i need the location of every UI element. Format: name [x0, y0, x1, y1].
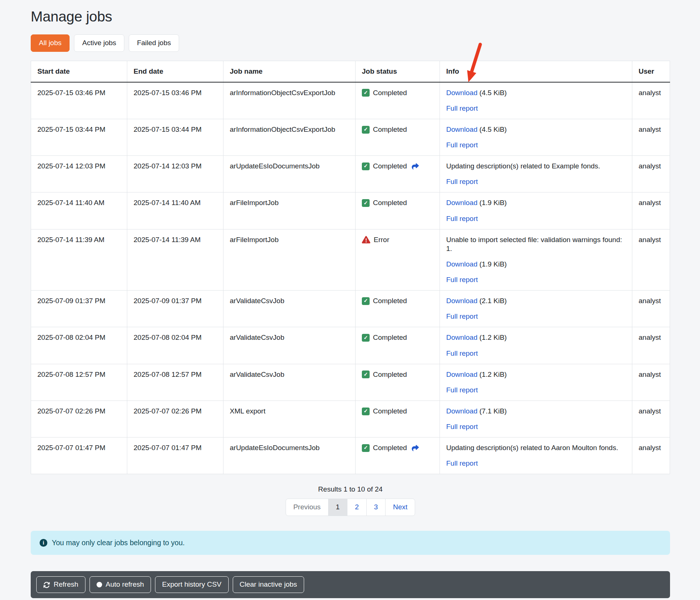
pagination-page-3[interactable]: 3 — [366, 499, 386, 516]
column-header-start-date: Start date — [31, 61, 127, 82]
download-size: (1.2 KiB) — [478, 371, 507, 378]
job-status-cell: ✓ Completed — [362, 162, 433, 171]
manage-jobs-page: Manage jobs All jobs Active jobs Failed … — [0, 0, 700, 598]
pagination: Previous 1 2 3 Next — [286, 499, 415, 516]
end-date-cell: 2025-07-14 11:40 AM — [127, 192, 223, 229]
table-row: 2025-07-08 02:04 PM 2025-07-08 02:04 PM … — [31, 327, 670, 364]
full-report-link[interactable]: Full report — [446, 349, 478, 357]
jobs-table-header: Start date End date Job name Job status … — [31, 61, 670, 82]
pagination-previous[interactable]: Previous — [286, 499, 328, 516]
pagination-page-1[interactable]: 1 — [328, 499, 347, 516]
auto-refresh-button[interactable]: Auto refresh — [90, 576, 151, 593]
download-size: (4.5 KiB) — [478, 125, 507, 133]
info-download-line: Download (7.1 KiB) — [446, 407, 626, 416]
info-download-line: Download (4.5 KiB) — [446, 125, 626, 134]
user-cell: analyst — [632, 229, 670, 291]
download-link[interactable]: Download — [446, 260, 478, 268]
pagination-page-2[interactable]: 2 — [347, 499, 366, 516]
download-size: (1.9 KiB) — [478, 199, 507, 207]
clear-inactive-jobs-button-label: Clear inactive jobs — [240, 580, 297, 589]
full-report-link[interactable]: Full report — [446, 423, 478, 430]
column-header-user: User — [632, 61, 670, 82]
status-label: Completed — [373, 407, 407, 416]
user-cell: analyst — [632, 119, 670, 155]
download-link[interactable]: Download — [446, 199, 478, 207]
job-name-cell: arFileImportJob — [223, 229, 356, 291]
info-alert-text: You may only clear jobs belonging to you… — [52, 539, 185, 547]
start-date-cell: 2025-07-08 02:04 PM — [31, 327, 127, 364]
start-date-cell: 2025-07-15 03:44 PM — [31, 119, 127, 155]
share-arrow-icon[interactable] — [411, 445, 419, 452]
filter-failed-jobs-button[interactable]: Failed jobs — [129, 34, 179, 52]
results-count-text: Results 1 to 10 of 24 — [31, 485, 670, 493]
download-link[interactable]: Download — [446, 125, 478, 133]
full-report-link[interactable]: Full report — [446, 215, 478, 222]
jobs-table-body: 2025-07-15 03:46 PM 2025-07-15 03:46 PM … — [31, 82, 670, 474]
auto-refresh-button-label: Auto refresh — [106, 580, 144, 589]
status-label: Completed — [373, 88, 407, 97]
download-link[interactable]: Download — [446, 333, 478, 341]
info-circle-icon: i — [40, 539, 47, 547]
table-row: 2025-07-14 11:40 AM 2025-07-14 11:40 AM … — [31, 192, 670, 229]
full-report-link[interactable]: Full report — [446, 459, 478, 467]
status-label: Completed — [373, 370, 407, 379]
filter-all-jobs-button[interactable]: All jobs — [31, 34, 70, 52]
refresh-button-label: Refresh — [54, 580, 78, 589]
download-link[interactable]: Download — [446, 297, 478, 305]
full-report-link[interactable]: Full report — [446, 276, 478, 284]
info-download-line: Download (1.2 KiB) — [446, 370, 626, 379]
full-report-link[interactable]: Full report — [446, 178, 478, 185]
download-link[interactable]: Download — [446, 89, 478, 97]
status-label: Completed — [373, 443, 407, 452]
end-date-cell: 2025-07-15 03:46 PM — [127, 82, 223, 119]
refresh-button[interactable]: Refresh — [36, 576, 85, 593]
table-row: 2025-07-07 02:26 PM 2025-07-07 02:26 PM … — [31, 400, 670, 437]
start-date-cell: 2025-07-15 03:46 PM — [31, 82, 127, 119]
status-label: Completed — [373, 333, 407, 342]
start-date-cell: 2025-07-09 01:37 PM — [31, 291, 127, 327]
download-size: (1.2 KiB) — [478, 333, 507, 341]
table-row: 2025-07-08 12:57 PM 2025-07-08 12:57 PM … — [31, 364, 670, 400]
status-label: Completed — [373, 162, 407, 171]
page-title: Manage jobs — [31, 8, 670, 26]
end-date-cell: 2025-07-09 01:37 PM — [127, 291, 223, 327]
info-alert: i You may only clear jobs belonging to y… — [31, 531, 670, 555]
column-header-info: Info — [440, 61, 632, 82]
full-report-link[interactable]: Full report — [446, 312, 478, 320]
full-report-link[interactable]: Full report — [446, 104, 478, 112]
end-date-cell: 2025-07-14 11:39 AM — [127, 229, 223, 291]
status-completed-check-icon: ✓ — [362, 297, 370, 305]
download-size: (1.9 KiB) — [478, 260, 507, 268]
status-label: Error — [374, 235, 389, 244]
pagination-next[interactable]: Next — [385, 499, 415, 516]
job-status-cell: ✓ Completed — [362, 88, 433, 97]
status-label: Completed — [373, 296, 407, 305]
end-date-cell: 2025-07-08 02:04 PM — [127, 327, 223, 364]
share-arrow-icon[interactable] — [411, 163, 419, 170]
clear-inactive-jobs-button[interactable]: Clear inactive jobs — [233, 576, 304, 593]
job-status-cell: ✓ Completed — [362, 198, 433, 207]
filter-active-jobs-button[interactable]: Active jobs — [74, 34, 124, 52]
table-row: 2025-07-14 12:03 PM 2025-07-14 12:03 PM … — [31, 156, 670, 192]
info-message: Unable to import selected file: validati… — [446, 235, 626, 253]
end-date-cell: 2025-07-14 12:03 PM — [127, 156, 223, 192]
job-status-cell: ✓ Completed — [362, 296, 433, 305]
download-link[interactable]: Download — [446, 371, 478, 378]
info-message: Updating description(s) related to Aaron… — [446, 443, 626, 452]
job-name-cell: arValidateCsvJob — [223, 291, 356, 327]
full-report-link[interactable]: Full report — [446, 141, 478, 149]
start-date-cell: 2025-07-07 01:47 PM — [31, 438, 127, 474]
user-cell: analyst — [632, 327, 670, 364]
start-date-cell: 2025-07-08 12:57 PM — [31, 364, 127, 400]
status-completed-check-icon: ✓ — [362, 334, 370, 342]
job-name-cell: arUpdateEsIoDocumentsJob — [223, 156, 356, 192]
export-history-csv-button[interactable]: Export history CSV — [155, 576, 229, 593]
download-link[interactable]: Download — [446, 407, 478, 415]
user-cell: analyst — [632, 438, 670, 474]
table-row: 2025-07-14 11:39 AM 2025-07-14 11:39 AM … — [31, 229, 670, 291]
job-name-cell: XML export — [223, 400, 356, 437]
start-date-cell: 2025-07-14 12:03 PM — [31, 156, 127, 192]
user-cell: analyst — [632, 364, 670, 400]
full-report-link[interactable]: Full report — [446, 386, 478, 394]
job-status-cell: ✓ Completed — [362, 443, 433, 452]
